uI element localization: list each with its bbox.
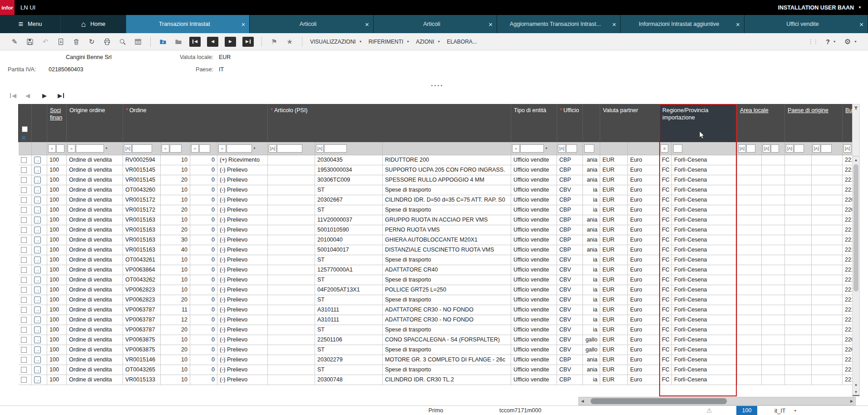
- filter-input-regd[interactable]: [673, 144, 682, 153]
- chevron-down-icon[interactable]: ▼: [545, 147, 548, 150]
- home-button[interactable]: ⌂ Home: [61, 15, 126, 33]
- row-checkbox[interactable]: [21, 207, 27, 213]
- row-checkbox[interactable]: [21, 187, 27, 193]
- open-details-icon[interactable]: →: [34, 177, 41, 183]
- row-checkbox[interactable]: [21, 277, 27, 283]
- previous-record-button[interactable]: ◀: [207, 37, 218, 47]
- menu-button[interactable]: ≡ Menu: [0, 15, 61, 33]
- filter-operator[interactable]: [A]: [558, 144, 566, 153]
- menu-riferimenti[interactable]: RIFERIMENTI▼: [369, 39, 410, 45]
- filter-operator[interactable]: =: [68, 144, 75, 153]
- col-header-valuta[interactable]: Valuta partner: [600, 104, 660, 142]
- select-all-checkbox[interactable]: [22, 126, 28, 132]
- filter-operator[interactable]: [A]: [738, 144, 746, 153]
- filter-input-pos[interactable]: [170, 144, 182, 153]
- open-details-icon[interactable]: →: [34, 277, 41, 283]
- filter-operator[interactable]: [A]: [269, 144, 276, 153]
- refresh-icon[interactable]: ↻: [87, 37, 96, 46]
- overflow-grip-icon[interactable]: ⋮⋮: [808, 38, 818, 45]
- row-checkbox[interactable]: [21, 327, 27, 333]
- chevron-down-icon[interactable]: ▼: [253, 147, 256, 150]
- scroll-up-icon[interactable]: ▲: [853, 157, 859, 163]
- next-page-button[interactable]: ▶: [42, 92, 47, 99]
- row-checkbox[interactable]: [21, 377, 27, 383]
- col-header-articolo[interactable]: *Articolo (PSI): [268, 104, 511, 142]
- new-record-icon[interactable]: ✎: [10, 37, 19, 46]
- vertical-scrollbar-thumb[interactable]: [853, 164, 858, 291]
- row-checkbox[interactable]: [21, 167, 27, 173]
- filter-operator[interactable]: [A]: [316, 144, 324, 153]
- filter-input-nr[interactable]: [132, 144, 152, 153]
- filter-input-seq[interactable]: [199, 144, 210, 153]
- open-details-icon[interactable]: →: [34, 346, 41, 353]
- chevron-down-icon[interactable]: ▼: [105, 147, 108, 150]
- row-checkbox[interactable]: [21, 157, 27, 163]
- undo-icon[interactable]: ↶: [41, 37, 50, 46]
- print-icon[interactable]: [103, 37, 112, 46]
- filter-input-paeseb[interactable]: [821, 144, 832, 153]
- filter-input-tent[interactable]: [520, 144, 544, 153]
- col-header-origine[interactable]: Origine ordine: [67, 104, 123, 142]
- filter-input-artseg[interactable]: [277, 144, 302, 153]
- horizontal-scrollbar[interactable]: ◀ ▶: [578, 397, 856, 405]
- row-checkbox[interactable]: [21, 347, 27, 353]
- open-details-icon[interactable]: →: [34, 267, 41, 273]
- open-details-icon[interactable]: →: [34, 227, 41, 233]
- row-checkbox[interactable]: [21, 237, 27, 243]
- open-details-icon[interactable]: →: [34, 316, 41, 323]
- filter-input-soci[interactable]: [56, 144, 64, 153]
- open-details-icon[interactable]: →: [34, 356, 41, 363]
- filter-input-tmov[interactable]: [227, 144, 252, 153]
- filter-input-areab[interactable]: [771, 144, 779, 153]
- last-page-button[interactable]: ▶: [58, 92, 64, 99]
- column-filter-icon[interactable]: [853, 106, 858, 156]
- filter-operator[interactable]: ≡: [661, 144, 668, 153]
- user-menu[interactable]: INSTALLATION USER BAAN ▼: [778, 5, 862, 11]
- page-size-badge[interactable]: 100: [736, 406, 757, 415]
- col-header-ufficio[interactable]: *Ufficio: [557, 104, 583, 142]
- row-checkbox[interactable]: [21, 317, 27, 323]
- row-checkbox[interactable]: [21, 297, 27, 303]
- first-page-button[interactable]: ◀: [10, 92, 16, 99]
- tab-close-icon[interactable]: ×: [365, 21, 369, 28]
- first-record-button[interactable]: ◀: [189, 37, 201, 47]
- filter-operator[interactable]: =: [48, 144, 56, 153]
- delete-icon[interactable]: [72, 37, 81, 46]
- open-details-icon[interactable]: →: [34, 296, 41, 303]
- open-details-icon[interactable]: →: [34, 257, 41, 263]
- col-header-ordine[interactable]: *Ordine: [123, 104, 268, 142]
- filter-operator[interactable]: [A]: [843, 144, 851, 153]
- filter-operator[interactable]: =: [162, 144, 169, 153]
- row-checkbox[interactable]: [21, 177, 27, 183]
- tab-0[interactable]: Transazioni Intrastat×: [126, 15, 250, 33]
- table-columns-icon[interactable]: [133, 37, 143, 46]
- last-record-button[interactable]: ▶: [242, 37, 254, 47]
- filter-input-uff[interactable]: [566, 144, 577, 153]
- tab-3[interactable]: Aggiornamento Transazioni Intrast...×: [497, 15, 621, 33]
- open-details-icon[interactable]: →: [34, 237, 41, 243]
- tab-close-icon[interactable]: ×: [488, 21, 493, 28]
- settings-menu[interactable]: ⚙▼: [844, 37, 857, 46]
- open-details-icon[interactable]: →: [34, 376, 41, 383]
- filter-operator[interactable]: [A]: [763, 144, 770, 153]
- help-menu[interactable]: ?▼: [826, 38, 836, 45]
- filter-operator[interactable]: =: [191, 144, 199, 153]
- open-details-icon[interactable]: →: [34, 366, 41, 373]
- open-details-icon[interactable]: →: [34, 326, 41, 333]
- open-details-icon[interactable]: →: [34, 167, 41, 173]
- row-checkbox[interactable]: [21, 287, 27, 293]
- tab-close-icon[interactable]: ×: [859, 21, 863, 28]
- row-checkbox[interactable]: [21, 217, 27, 223]
- row-checkbox[interactable]: [21, 197, 27, 203]
- new-group-folder-icon[interactable]: [158, 37, 168, 46]
- row-checkbox[interactable]: [21, 227, 27, 233]
- open-details-icon[interactable]: →: [34, 187, 41, 193]
- col-header-paese[interactable]: Paese di origine: [785, 104, 843, 142]
- splitter-handle[interactable]: [430, 81, 443, 88]
- col-header-tipo_entita[interactable]: Tipo di entità: [511, 104, 557, 142]
- duplicate-folder-icon[interactable]: [174, 37, 183, 46]
- open-details-icon[interactable]: →: [34, 287, 41, 293]
- row-checkbox[interactable]: [21, 307, 27, 313]
- menu-azioni[interactable]: AZIONI▼: [416, 39, 440, 45]
- next-record-button[interactable]: ▶: [225, 37, 236, 47]
